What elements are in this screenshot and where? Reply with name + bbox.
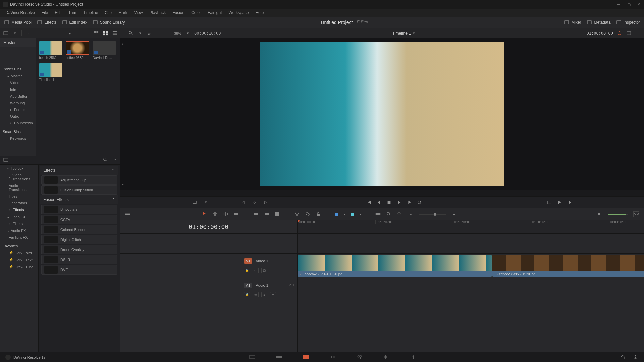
disable-track-icon[interactable]: ▢ — [261, 268, 267, 273]
bypass-icon[interactable] — [616, 30, 623, 36]
play-icon[interactable] — [397, 200, 401, 205]
fx-item[interactable]: Binoculars — [41, 205, 117, 214]
media-thumb[interactable]: coffee-9839... — [66, 41, 89, 60]
insert-icon[interactable] — [253, 211, 259, 217]
media-thumb[interactable]: Timeline 1 — [39, 63, 62, 82]
viewer-zoom[interactable]: 38% — [174, 31, 181, 35]
fx-category[interactable]: Generators — [0, 200, 38, 206]
mute-button[interactable]: M — [270, 292, 276, 297]
chevron-down-icon[interactable]: ▾ — [203, 199, 209, 205]
sort-icon[interactable] — [147, 30, 153, 36]
cut-page-icon[interactable] — [276, 354, 282, 360]
snap-icon[interactable] — [375, 211, 381, 217]
zoom-out-icon[interactable]: − — [408, 211, 414, 217]
video-clip[interactable]: ▭beach-2562563_1920.jpg — [298, 255, 492, 277]
selection-tool-icon[interactable] — [202, 211, 207, 217]
color-page-icon[interactable] — [356, 354, 363, 360]
fusion-page-icon[interactable] — [329, 354, 336, 360]
video-clip[interactable]: ▭coffee-983955_1920.jpg — [492, 255, 644, 277]
dots-menu-icon[interactable]: ⋯ — [57, 30, 63, 36]
effects-tree[interactable]: ⌄Toolbox›Video TransitionsAudio Transiti… — [0, 165, 39, 352]
mixer-button[interactable]: Mixer — [564, 20, 581, 25]
fx-item[interactable]: Drone Overlay — [41, 245, 117, 254]
dots-menu-icon[interactable]: ⋯ — [156, 30, 162, 36]
fx-category[interactable]: Titles — [0, 193, 38, 200]
mediapool-button[interactable]: Media Pool — [4, 20, 32, 25]
editindex-button[interactable]: Edit Index — [62, 20, 87, 25]
pool-layout-icon[interactable] — [3, 30, 9, 36]
menu-clip[interactable]: Clip — [101, 9, 115, 16]
lock-icon[interactable] — [316, 211, 321, 217]
mute-icon[interactable] — [597, 211, 602, 217]
chevron-down-icon[interactable]: ▾ — [185, 30, 191, 36]
menu-edit[interactable]: Edit — [51, 9, 65, 16]
fx-category[interactable]: ⚡Dark...Text — [0, 256, 38, 263]
playhead[interactable] — [298, 220, 298, 352]
video-track-header[interactable]: V1 Video 1 🔒 ▭ ▢ — [120, 254, 297, 278]
bin-item[interactable]: Keywords — [0, 135, 36, 142]
replace-icon[interactable] — [275, 211, 280, 217]
zoom-slider[interactable] — [419, 214, 446, 215]
bin-item[interactable]: Werbung — [0, 100, 36, 106]
menu-help[interactable]: Help — [252, 9, 267, 16]
timeline-timecode[interactable]: 01:00:00:00 — [587, 31, 613, 36]
fx-category[interactable]: Favorites — [0, 243, 38, 249]
link-icon[interactable] — [305, 211, 310, 217]
match-frame-icon[interactable] — [546, 199, 552, 205]
inout-icon[interactable] — [192, 199, 198, 205]
fx-group-header[interactable]: Effects⌃ — [40, 166, 118, 175]
lock-icon[interactable]: 🔒 — [244, 268, 250, 273]
dots-menu-icon[interactable]: ⋯ — [635, 30, 641, 36]
close-icon[interactable]: ✕ — [637, 2, 641, 6]
fx-category[interactable]: ⌄Open FX — [0, 213, 38, 220]
effects-list[interactable]: Effects⌃Adjustment ClipFusion Compositio… — [39, 165, 120, 352]
deliver-page-icon[interactable] — [410, 354, 417, 360]
fx-category[interactable]: ›Effects — [0, 206, 38, 213]
nav-fwd-icon[interactable]: › — [35, 30, 41, 36]
timeline-name[interactable]: Timeline 1 — [392, 31, 411, 36]
settings-icon[interactable] — [633, 354, 639, 360]
search-icon[interactable] — [102, 157, 108, 163]
metadata-button[interactable]: Metadata — [587, 20, 611, 25]
fx-item[interactable]: Digital Glitch — [41, 235, 117, 244]
fx-category[interactable]: ⚡Draw...Line — [0, 263, 38, 270]
time-ruler[interactable]: 01:00:00:0001:00:02:0001:00:04:0001:00:0… — [298, 220, 644, 234]
dynamic-trim-icon[interactable] — [223, 211, 228, 217]
menu-file[interactable]: File — [38, 9, 51, 16]
chevron-down-icon[interactable]: ▾ — [12, 30, 18, 36]
auto-select-icon[interactable]: ▭ — [253, 292, 259, 297]
lock-icon[interactable]: 🔒 — [244, 292, 250, 297]
viewer-in-icon[interactable]: ▸ — [122, 42, 124, 46]
fx-category[interactable]: ⌄Audio FX — [0, 227, 38, 234]
nav-back-icon[interactable]: ‹ — [25, 30, 31, 36]
fx-item[interactable]: DSLR — [41, 255, 117, 264]
menu-playback[interactable]: Playback — [146, 9, 169, 16]
key-icon[interactable]: ◇ — [251, 199, 257, 205]
menu-view[interactable]: View — [131, 9, 146, 16]
fx-item[interactable]: Adjustment Clip — [41, 175, 117, 185]
bin-item[interactable]: Outro — [0, 113, 36, 120]
menu-mark[interactable]: Mark — [115, 9, 131, 16]
maximize-icon[interactable]: ▢ — [627, 2, 631, 6]
audio-track-lane[interactable] — [298, 278, 644, 302]
video-track-lane[interactable]: ▭beach-2562563_1920.jpg ▭coffee-983955_1… — [298, 254, 644, 278]
menu-timeline[interactable]: Timeline — [79, 9, 101, 16]
chevron-down-icon[interactable]: ▾ — [413, 31, 415, 35]
zoom-fit-icon[interactable] — [386, 211, 391, 217]
menu-color[interactable]: Color — [188, 9, 204, 16]
fx-category[interactable]: ›Video Transitions — [0, 172, 38, 182]
track-id[interactable]: A1 — [244, 283, 252, 288]
view-list-icon[interactable] — [112, 30, 118, 36]
volume-slider[interactable] — [608, 214, 628, 215]
overwrite-icon[interactable] — [264, 211, 269, 217]
solo-button[interactable]: S — [261, 292, 267, 297]
trim-tool-icon[interactable] — [212, 211, 218, 217]
fx-item[interactable]: DVE — [41, 265, 117, 275]
bin-item[interactable]: Video — [0, 79, 36, 86]
blade-tool-icon[interactable] — [234, 211, 239, 217]
stop-icon[interactable] — [387, 200, 391, 205]
prev-key-icon[interactable]: ◁ — [240, 199, 246, 205]
bin-item[interactable]: Abo Button — [0, 93, 36, 100]
chevron-down-icon[interactable]: ▾ — [360, 213, 361, 216]
auto-select-icon[interactable]: ▭ — [253, 268, 259, 273]
